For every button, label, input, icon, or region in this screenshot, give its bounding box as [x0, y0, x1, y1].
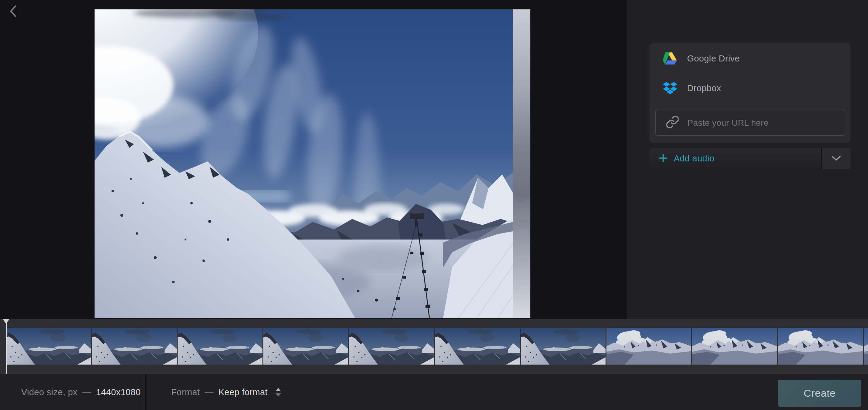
timeline-thumbnail: [178, 328, 262, 365]
dropbox-icon: [663, 81, 678, 95]
chevron-down-icon: [831, 155, 842, 162]
format-group: Format — Keep format: [171, 374, 281, 410]
timeline-thumbnail: [92, 328, 177, 365]
google-drive-icon: [663, 52, 678, 65]
playhead-line: [6, 319, 7, 376]
format-label: Format: [171, 387, 200, 397]
stepper-down-icon: [276, 394, 281, 397]
create-button[interactable]: Create: [778, 380, 861, 407]
format-value: Keep format: [218, 387, 268, 397]
plus-icon: [658, 153, 668, 164]
timeline-thumbnail: [521, 328, 606, 365]
timeline-thumbnail: [607, 328, 691, 365]
app-window: Google Drive Dropbox: [0, 0, 868, 410]
source-google-drive[interactable]: Google Drive: [650, 50, 850, 67]
chevron-left-icon: [8, 4, 18, 19]
footer-bar: Video size, px — 1440x1080 Format — Keep…: [0, 374, 868, 410]
video-size-group: Video size, px — 1440x1080: [21, 374, 141, 410]
upload-sources-card: Google Drive Dropbox: [650, 43, 850, 143]
add-audio-expand-button[interactable]: [822, 148, 850, 169]
timeline-thumbnail: [864, 328, 868, 365]
video-preview: [95, 9, 530, 318]
add-audio-row: Add audio: [650, 148, 850, 169]
separator-dash: —: [205, 387, 213, 397]
link-icon: [665, 115, 680, 130]
timeline-thumbnail: [778, 328, 863, 365]
timeline: [0, 319, 868, 374]
source-label: Google Drive: [687, 54, 740, 64]
format-stepper[interactable]: [276, 388, 281, 397]
timeline-thumbnail: [692, 328, 777, 365]
footer-divider: [145, 374, 146, 410]
timeline-thumbnail: [349, 328, 434, 365]
url-input[interactable]: [687, 110, 839, 136]
source-label: Dropbox: [687, 83, 721, 93]
source-dropbox[interactable]: Dropbox: [650, 80, 850, 97]
timeline-thumbnail: [264, 328, 348, 365]
stepper-up-icon: [276, 388, 281, 391]
url-input-box[interactable]: [655, 110, 845, 136]
video-size-label: Video size, px: [21, 387, 78, 397]
add-audio-button[interactable]: Add audio: [650, 148, 821, 169]
timeline-thumbnail: [435, 328, 520, 365]
playhead[interactable]: [0, 319, 13, 376]
timeline-track[interactable]: [6, 328, 868, 365]
back-button[interactable]: [7, 5, 20, 18]
video-size-value: 1440x1080: [96, 387, 141, 397]
separator-dash: —: [83, 387, 91, 397]
add-audio-label: Add audio: [674, 153, 714, 164]
timeline-thumbnail: [6, 328, 91, 365]
